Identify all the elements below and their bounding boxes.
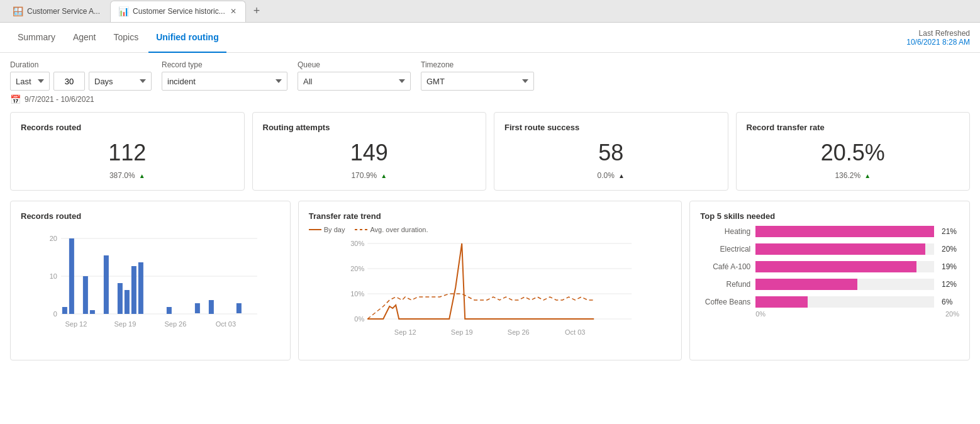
svg-rect-10 [104, 255, 109, 314]
browser-tab-bar: 🪟 Customer Service A... 📊 Customer Servi… [0, 0, 980, 23]
records-routed-chart: Records routed 20 10 0 [10, 201, 291, 360]
timezone-select[interactable]: GMT [421, 72, 534, 91]
svg-text:20: 20 [50, 235, 57, 242]
kpi-routing-attempts-title: Routing attempts [263, 123, 476, 132]
legend-avg-label: Avg. over duration. [370, 226, 428, 233]
skill-bar-fill-heating [755, 226, 934, 237]
skills-chart: Top 5 skills needed Heating 21% Electric… [689, 201, 970, 360]
browser-tab-2[interactable]: 📊 Customer Service historic... ✕ [110, 1, 246, 22]
svg-rect-18 [237, 303, 242, 313]
legend-by-day-label: By day [324, 226, 345, 233]
kpi-routing-attempts-footer: 170.9% ▲ [263, 171, 476, 180]
kpi-record-transfer-rate-trend: 136.2% [835, 171, 860, 180]
kpi-routing-attempts-value: 149 [263, 140, 476, 166]
kpi-row: Records routed 112 387.0% ▲ Routing atte… [0, 107, 980, 196]
duration-type-select[interactable]: Last [10, 72, 50, 91]
app-icon-1: 🪟 [13, 6, 23, 16]
duration-value-input[interactable] [53, 72, 85, 91]
last-refreshed-section: Last Refreshed 10/6/2021 8:28 AM [906, 29, 970, 47]
nav-tab-bar: Summary Agent Topics Unified routing Las… [0, 23, 980, 53]
skill-label-heating: Heating [700, 227, 750, 236]
browser-tab-1[interactable]: 🪟 Customer Service A... [5, 1, 108, 22]
svg-rect-7 [69, 238, 74, 314]
skill-label-refund: Refund [700, 280, 750, 289]
skill-label-cafe: Café A-100 [700, 262, 750, 271]
svg-text:30%: 30% [350, 240, 364, 247]
svg-text:10: 10 [50, 272, 57, 280]
legend-avg-duration: Avg. over duration. [355, 226, 428, 233]
svg-text:Oct 03: Oct 03 [216, 320, 236, 328]
transfer-rate-legend: By day Avg. over duration. [309, 226, 671, 233]
queue-label: Queue [298, 60, 411, 69]
kpi-record-transfer-rate-value: 20.5% [747, 140, 960, 166]
filters-row: Duration Last Days Record type incident … [0, 53, 980, 93]
svg-text:Sep 26: Sep 26 [164, 320, 186, 328]
duration-unit-select[interactable]: Days [89, 72, 152, 91]
kpi-first-route-success-value: 58 [504, 140, 718, 166]
skills-x-1: 20% [945, 310, 959, 318]
dashed-line-icon [355, 229, 367, 230]
records-routed-chart-title: Records routed [21, 211, 280, 221]
duration-label: Duration [10, 60, 152, 69]
app-container: Summary Agent Topics Unified routing Las… [0, 23, 980, 424]
solid-line-icon [309, 229, 321, 230]
kpi-records-routed-trend: 387.0% [109, 171, 135, 180]
skill-bars: Heating 21% Electrical 20% Café A-10 [700, 226, 959, 308]
svg-rect-13 [131, 266, 136, 314]
kpi-records-routed-value: 112 [21, 140, 234, 166]
svg-text:20%: 20% [350, 265, 364, 272]
close-tab-button[interactable]: ✕ [229, 7, 238, 16]
tab-1-label: Customer Service A... [27, 7, 100, 16]
tab-unified-routing[interactable]: Unified routing [148, 23, 226, 53]
skill-row-electrical: Electrical 20% [700, 243, 959, 255]
svg-text:Oct 03: Oct 03 [565, 328, 585, 336]
skill-row-heating: Heating 21% [700, 226, 959, 237]
skill-bar-bg-heating [755, 226, 934, 237]
app-icon-2: 📊 [118, 6, 129, 16]
last-refreshed-value: 10/6/2021 8:28 AM [906, 38, 970, 47]
new-tab-button[interactable]: + [248, 4, 265, 18]
trend-arrow-green-3: ▲ [864, 172, 871, 179]
kpi-record-transfer-rate-footer: 136.2% ▲ [747, 171, 960, 180]
skill-pct-heating: 21% [942, 227, 959, 236]
svg-text:0%: 0% [354, 315, 364, 323]
skill-pct-refund: 12% [942, 280, 959, 289]
timezone-filter: Timezone GMT [421, 60, 534, 91]
svg-rect-9 [90, 310, 95, 314]
kpi-first-route-success-footer: 0.0% ▲ [504, 171, 718, 180]
svg-rect-16 [195, 303, 200, 313]
tab-agent[interactable]: Agent [65, 23, 104, 53]
queue-filter: Queue All [298, 60, 411, 91]
svg-text:Sep 19: Sep 19 [114, 320, 136, 328]
svg-text:0: 0 [53, 310, 57, 318]
date-range-text: 9/7/2021 - 10/6/2021 [25, 95, 94, 104]
date-range: 📅 9/7/2021 - 10/6/2021 [0, 93, 980, 107]
trend-arrow-green-1: ▲ [381, 172, 387, 179]
record-type-label: Record type [162, 60, 287, 69]
skill-label-coffee: Coffee Beans [700, 298, 750, 306]
timezone-label: Timezone [421, 60, 534, 69]
skill-bar-fill-refund [755, 279, 857, 290]
tab-topics[interactable]: Topics [106, 23, 147, 53]
skill-bar-bg-electrical [755, 243, 934, 255]
svg-rect-11 [118, 283, 123, 314]
skill-pct-electrical: 20% [942, 245, 959, 254]
records-routed-svg: 20 10 0 [21, 226, 280, 342]
transfer-rate-chart: Transfer rate trend By day Avg. over dur… [298, 201, 682, 360]
trend-arrow-green-0: ▲ [139, 172, 145, 179]
kpi-records-routed-title: Records routed [21, 123, 234, 132]
svg-text:10%: 10% [350, 290, 364, 298]
kpi-records-routed-footer: 387.0% ▲ [21, 171, 234, 180]
skill-bar-bg-cafe [755, 261, 934, 272]
svg-rect-12 [125, 290, 130, 314]
kpi-routing-attempts-trend: 170.9% [351, 171, 377, 180]
legend-by-day: By day [309, 226, 345, 233]
queue-select[interactable]: All [298, 72, 411, 91]
skill-bar-bg-refund [755, 279, 934, 290]
kpi-first-route-success-trend: 0.0% [598, 171, 615, 180]
tab-summary[interactable]: Summary [10, 23, 63, 53]
duration-filter: Duration Last Days [10, 60, 152, 91]
svg-rect-15 [167, 307, 172, 314]
kpi-records-routed: Records routed 112 387.0% ▲ [10, 112, 245, 191]
record-type-select[interactable]: incident [162, 72, 287, 91]
